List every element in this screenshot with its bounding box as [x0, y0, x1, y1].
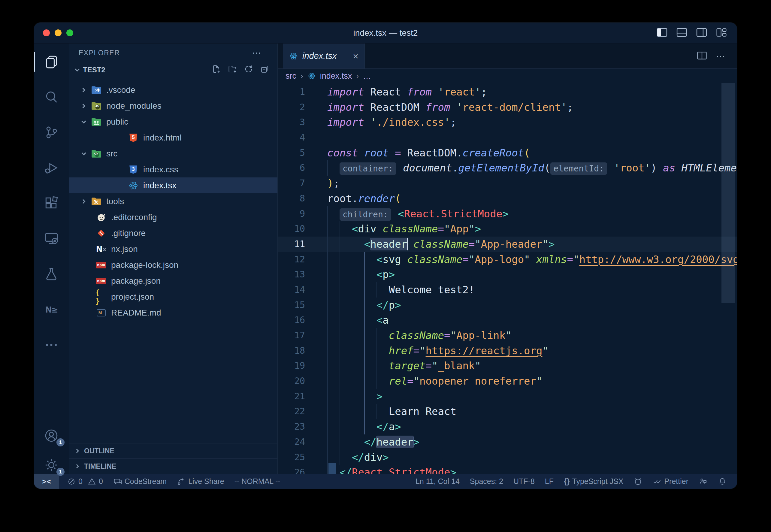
remote-explorer-icon[interactable] — [34, 224, 69, 253]
toggle-panel-icon[interactable] — [676, 28, 687, 38]
codestream-status[interactable]: CodeStream — [113, 477, 167, 486]
line-number[interactable]: 23 — [278, 419, 305, 434]
tree-item-src[interactable]: </> src — [69, 146, 277, 162]
line-number[interactable]: 3 — [278, 115, 305, 130]
line-number[interactable]: 22 — [278, 404, 305, 419]
encoding-setting[interactable]: UTF-8 — [513, 477, 535, 486]
timeline-section-header[interactable]: TIMELINE — [69, 458, 277, 474]
problems-status[interactable]: 0 0 — [67, 477, 103, 486]
collapse-folders-icon[interactable] — [260, 64, 270, 76]
customize-layout-icon[interactable] — [716, 28, 727, 38]
tree-item-node-modules[interactable]: JS node_modules — [69, 98, 277, 114]
line-number[interactable]: 12 — [278, 252, 305, 267]
line-number[interactable]: 19 — [278, 358, 305, 373]
breadcrumb-item-file[interactable]: index.tsx — [320, 71, 352, 81]
github-status[interactable] — [633, 477, 643, 486]
line-number[interactable]: 8 — [278, 191, 305, 206]
indentation-setting[interactable]: Spaces: 2 — [470, 477, 503, 486]
tree-item-gitignore[interactable]: .gitignore — [69, 225, 277, 241]
close-tab-icon[interactable]: × — [353, 51, 358, 61]
tree-item-readme[interactable]: M↓ README.md — [69, 305, 277, 321]
vim-mode-indicator[interactable]: -- NORMAL -- — [234, 477, 280, 486]
tree-item-package-lock[interactable]: npm package-lock.json — [69, 257, 277, 273]
code-line[interactable]: 10 <div className="App"> — [278, 221, 737, 237]
tree-item-index-html[interactable]: 5 index.html — [69, 130, 277, 146]
line-number[interactable]: 1 — [278, 84, 305, 100]
code-line[interactable]: 2import ReactDOM from 'react-dom/client'… — [278, 100, 737, 115]
editor-more-actions-icon[interactable]: ⋯ — [716, 51, 726, 61]
line-number[interactable]: 15 — [278, 298, 305, 313]
settings-gear-icon[interactable]: 1 — [34, 451, 69, 479]
testing-flask-icon[interactable] — [34, 260, 69, 289]
line-number[interactable]: 18 — [278, 343, 305, 358]
outline-section-header[interactable]: OUTLINE — [69, 443, 277, 458]
cursor-position[interactable]: Ln 11, Col 14 — [416, 477, 460, 486]
code-line[interactable]: 6 container: document.getElementById(ele… — [278, 160, 737, 176]
feedback-status[interactable] — [699, 477, 708, 486]
breadcrumb-item-src[interactable]: src — [286, 71, 296, 81]
nx-console-icon[interactable]: N≥ — [34, 295, 69, 324]
code-line[interactable]: 16 <a — [278, 313, 737, 328]
run-and-debug-icon[interactable] — [34, 153, 69, 182]
tree-item-vscode[interactable]: .vscode — [69, 82, 277, 98]
toggle-secondary-sidebar-icon[interactable] — [696, 28, 707, 38]
line-number[interactable]: 14 — [278, 282, 305, 298]
tree-item-index-tsx[interactable]: index.tsx — [69, 177, 277, 193]
code-line[interactable]: 11 <header className="App-header"> — [278, 237, 737, 252]
code-line[interactable]: 8root.render( — [278, 191, 737, 206]
accounts-icon[interactable]: 1 — [34, 421, 69, 450]
split-editor-icon[interactable] — [697, 51, 707, 62]
code-line[interactable]: 17 className="App-link" — [278, 328, 737, 343]
more-views-icon[interactable] — [34, 331, 69, 359]
line-number[interactable]: 9 — [278, 206, 305, 222]
code-line[interactable]: 14 Welcome test2! — [278, 282, 737, 298]
code-editor[interactable]: 1import React from 'react';2import React… — [278, 83, 737, 474]
tree-item-index-css[interactable]: 3 index.css — [69, 162, 277, 177]
title-bar[interactable]: index.tsx — test2 — [34, 23, 737, 44]
breadcrumb-item-symbol[interactable]: … — [363, 71, 371, 81]
extensions-icon[interactable] — [34, 189, 69, 218]
code-line[interactable]: 7); — [278, 176, 737, 191]
line-number[interactable]: 4 — [278, 130, 305, 145]
eol-setting[interactable]: LF — [545, 477, 554, 486]
line-number[interactable]: 10 — [278, 221, 305, 237]
language-mode[interactable]: {} TypeScript JSX — [564, 477, 623, 486]
explorer-view-icon[interactable] — [34, 47, 69, 76]
line-number[interactable]: 21 — [278, 389, 305, 404]
project-section-header[interactable]: TEST2 — [69, 62, 277, 78]
line-number[interactable]: 13 — [278, 267, 305, 282]
prettier-status[interactable]: Prettier — [653, 477, 688, 486]
editor-scrollbar[interactable] — [721, 83, 735, 303]
search-icon[interactable] — [34, 83, 69, 111]
tree-item-package-json[interactable]: npm package.json — [69, 273, 277, 289]
code-line[interactable]: 23 </a> — [278, 419, 737, 434]
line-number[interactable]: 7 — [278, 176, 305, 191]
line-number[interactable]: 24 — [278, 434, 305, 450]
line-number[interactable]: 26 — [278, 465, 305, 474]
code-line[interactable]: 13 <p> — [278, 267, 737, 282]
tab-index-tsx[interactable]: index.tsx × — [283, 44, 365, 68]
tree-item-public[interactable]: public — [69, 114, 277, 130]
line-number[interactable]: 2 — [278, 100, 305, 115]
code-line[interactable]: 5const root = ReactDOM.createRoot( — [278, 145, 737, 161]
tree-item-nx-json[interactable]: Nx nx.json — [69, 241, 277, 257]
live-share-status[interactable]: Live Share — [177, 477, 224, 486]
code-line[interactable]: 26 </React.StrictMode> — [278, 465, 737, 474]
line-number[interactable]: 17 — [278, 328, 305, 343]
code-line[interactable]: 4 — [278, 130, 737, 145]
code-line[interactable]: 3import './index.css'; — [278, 115, 737, 130]
new-folder-icon[interactable] — [228, 64, 237, 76]
refresh-icon[interactable] — [244, 64, 253, 76]
tree-item-editorconfig[interactable]: .editorconfig — [69, 209, 277, 225]
line-number[interactable]: 6 — [278, 160, 305, 176]
tree-item-tools[interactable]: tools — [69, 193, 277, 209]
line-number[interactable]: 16 — [278, 313, 305, 328]
new-file-icon[interactable] — [211, 64, 221, 76]
source-control-icon[interactable] — [34, 118, 69, 147]
code-line[interactable]: 18 href="https://reactjs.org" — [278, 343, 737, 358]
code-line[interactable]: 19 target="_blank" — [278, 358, 737, 373]
code-line[interactable]: 1import React from 'react'; — [278, 84, 737, 100]
line-number[interactable]: 20 — [278, 373, 305, 389]
code-line[interactable]: 9 children: <React.StrictMode> — [278, 206, 737, 222]
line-number[interactable]: 11 — [278, 237, 305, 252]
